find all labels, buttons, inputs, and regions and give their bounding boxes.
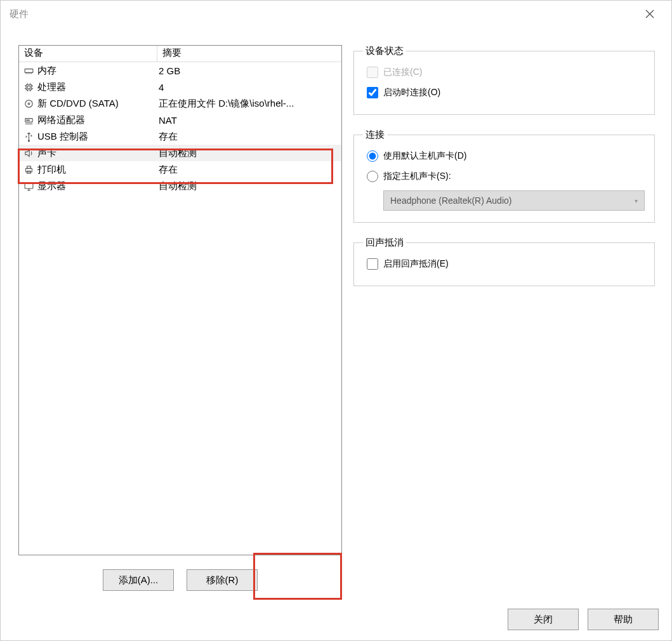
connected-label: 已连接(C) (383, 67, 422, 78)
svg-rect-0 (25, 69, 33, 72)
device-summary: 存在 (157, 131, 341, 143)
echo-checkbox-row[interactable]: 启用回声抵消(E) (363, 254, 645, 274)
svg-point-4 (28, 103, 30, 105)
device-summary: NAT (157, 115, 341, 126)
svg-rect-1 (26, 84, 32, 90)
device-summary: 2 GB (157, 65, 341, 76)
host-sound-combo[interactable]: Headphone (Realtek(R) Audio) ▾ (383, 190, 645, 211)
display-icon (22, 180, 35, 192)
list-item[interactable]: 声卡自动检测 (19, 145, 341, 161)
svg-point-7 (28, 119, 29, 120)
device-summary: 自动检测 (157, 180, 341, 192)
usb-icon (22, 130, 35, 143)
specify-host-label: 指定主机声卡(S): (383, 171, 451, 182)
device-name: 声卡 (37, 147, 157, 159)
connect-at-power-row[interactable]: 启动时连接(O) (363, 83, 645, 103)
connected-checkbox (367, 67, 378, 78)
device-name: 打印机 (37, 164, 157, 176)
list-item[interactable]: 内存2 GB (19, 62, 341, 79)
svg-point-6 (26, 119, 27, 120)
list-item[interactable]: 打印机存在 (19, 161, 341, 178)
memory-icon (22, 64, 35, 77)
list-item[interactable]: 显示器自动检测 (19, 178, 341, 194)
device-list[interactable]: 设备 摘要 内存2 GB处理器4新 CD/DVD (SATA)正在使用文件 D:… (18, 45, 342, 555)
device-name: 显示器 (37, 180, 157, 192)
svg-point-8 (28, 140, 29, 141)
titlebar: 硬件 (1, 1, 671, 27)
list-item[interactable]: 处理器4 (19, 79, 341, 95)
device-summary: 正在使用文件 D:\镜像\iso\rhel-... (157, 98, 341, 110)
list-item[interactable]: USB 控制器存在 (19, 128, 341, 145)
printer-icon (22, 163, 35, 176)
use-default-radio-row[interactable]: 使用默认主机声卡(D) (363, 146, 645, 166)
specify-host-radio[interactable] (367, 171, 378, 182)
window-title: 硬件 (10, 8, 29, 20)
help-button[interactable]: 帮助 (588, 609, 659, 630)
connect-at-power-label: 启动时连接(O) (383, 87, 440, 98)
connected-checkbox-row: 已连接(C) (363, 62, 645, 83)
device-summary: 4 (157, 82, 341, 93)
sound-icon (22, 147, 35, 159)
device-status-legend: 设备状态 (363, 45, 406, 57)
header-device: 设备 (19, 46, 157, 62)
svg-point-3 (25, 100, 32, 107)
list-item[interactable]: 网络适配器NAT (19, 112, 341, 128)
header-summary: 摘要 (157, 46, 341, 62)
svg-rect-2 (27, 86, 30, 88)
list-item[interactable]: 新 CD/DVD (SATA)正在使用文件 D:\镜像\iso\rhel-... (19, 95, 341, 112)
echo-group: 回声抵消 启用回声抵消(E) (353, 237, 655, 286)
hardware-dialog: 硬件 设备 摘要 内存2 GB处理器4新 CD/DVD (SATA)正在使用文件… (0, 0, 672, 641)
host-sound-combo-value: Headphone (Realtek(R) Audio) (390, 195, 511, 206)
network-icon (22, 114, 35, 126)
list-header: 设备 摘要 (19, 46, 341, 62)
device-name: 处理器 (37, 81, 157, 93)
close-button[interactable]: 关闭 (508, 609, 579, 630)
device-name: 网络适配器 (37, 114, 157, 126)
device-name: 新 CD/DVD (SATA) (37, 98, 157, 110)
cpu-icon (22, 81, 35, 93)
connection-group: 连接 使用默认主机声卡(D) 指定主机声卡(S): Headphone (Rea… (353, 129, 655, 223)
device-status-group: 设备状态 已连接(C) 启动时连接(O) (353, 45, 655, 115)
specify-host-radio-row[interactable]: 指定主机声卡(S): (363, 166, 645, 187)
close-icon[interactable] (637, 1, 662, 27)
use-default-label: 使用默认主机声卡(D) (383, 150, 466, 162)
echo-legend: 回声抵消 (363, 237, 406, 249)
device-name: USB 控制器 (37, 131, 157, 143)
echo-checkbox[interactable] (367, 258, 378, 270)
svg-rect-12 (25, 183, 33, 188)
use-default-radio[interactable] (367, 150, 378, 162)
connect-at-power-checkbox[interactable] (367, 87, 378, 98)
svg-rect-10 (27, 166, 30, 168)
device-name: 内存 (37, 65, 157, 77)
echo-label: 启用回声抵消(E) (383, 258, 449, 270)
add-button[interactable]: 添加(A)... (103, 569, 174, 591)
connection-legend: 连接 (363, 129, 387, 141)
chevron-down-icon: ▾ (635, 197, 638, 204)
remove-button[interactable]: 移除(R) (187, 569, 258, 591)
device-summary: 存在 (157, 164, 341, 176)
device-summary: 自动检测 (157, 147, 341, 159)
disc-icon (22, 97, 35, 110)
